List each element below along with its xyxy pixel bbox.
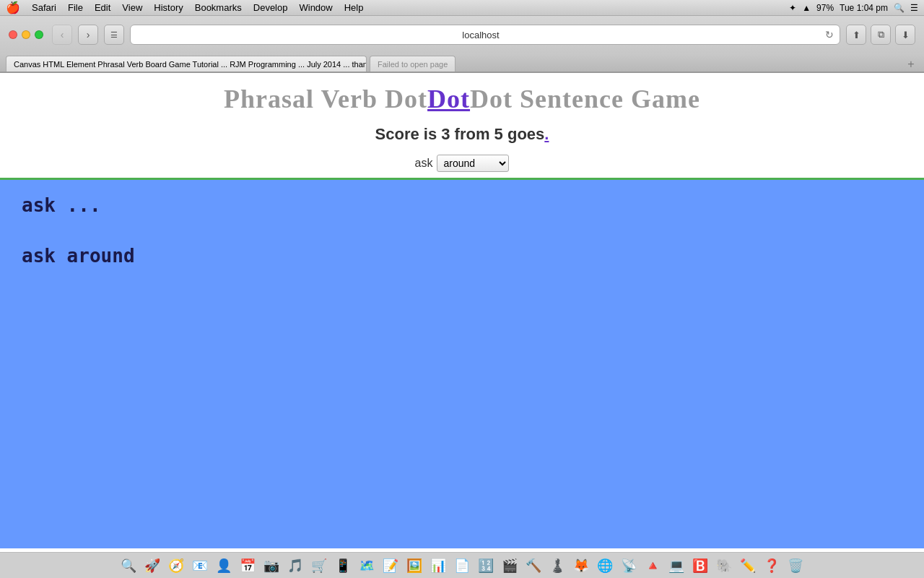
- dock-chess[interactable]: ♟️: [546, 555, 568, 577]
- list-icon[interactable]: ☰: [910, 3, 918, 13]
- canvas-line-1: ask ...: [22, 194, 902, 216]
- dock-trash[interactable]: 🗑️: [785, 555, 806, 577]
- dock-appstore[interactable]: 🛒: [308, 555, 330, 577]
- dock-mamp[interactable]: 🐘: [713, 555, 735, 577]
- score-display: Score is 3 from 5 goes.: [0, 121, 924, 151]
- dock-calendar[interactable]: 📅: [237, 555, 258, 577]
- dock-contacts[interactable]: 👤: [213, 555, 235, 577]
- dock-finder[interactable]: 🔍: [118, 555, 139, 577]
- menu-bookmarks[interactable]: Bookmarks: [195, 2, 242, 13]
- dock-xcode[interactable]: 🔨: [523, 555, 544, 577]
- menu-develop[interactable]: Develop: [253, 2, 288, 13]
- dock-photos[interactable]: 📷: [261, 555, 282, 577]
- dock-itunes[interactable]: 🎵: [284, 555, 306, 577]
- dock-virtualbox[interactable]: 💻: [666, 555, 687, 577]
- tab-failed[interactable]: Failed to open page: [370, 56, 456, 72]
- title-dot: Dot: [427, 85, 470, 113]
- new-tab-button[interactable]: ⧉: [871, 25, 891, 45]
- dock-preview[interactable]: 🖼️: [404, 555, 425, 577]
- particle-dropdown[interactable]: around for out up after: [437, 155, 509, 172]
- dock-facetime[interactable]: 📱: [332, 555, 354, 577]
- address-bar[interactable]: localhost ↻: [130, 25, 840, 45]
- reload-button[interactable]: ↻: [825, 29, 834, 40]
- add-tab-button[interactable]: +: [904, 57, 918, 72]
- dock-vlc[interactable]: 🔺: [642, 555, 663, 577]
- dock-keynote[interactable]: 📊: [427, 555, 449, 577]
- apple-menu[interactable]: 🍎: [6, 1, 20, 14]
- browser-toolbar: ‹ › ☰ localhost ↻ ⬆ ⧉ ⬇: [0, 16, 924, 53]
- dock-pages[interactable]: 📄: [451, 555, 473, 577]
- search-icon[interactable]: 🔍: [894, 3, 905, 13]
- battery-status: 97%: [816, 3, 834, 13]
- menu-window[interactable]: Window: [299, 2, 332, 13]
- tab-main[interactable]: Canvas HTML Element Phrasal Verb Board G…: [6, 56, 367, 72]
- tab-main-label: Canvas HTML Element Phrasal Verb Board G…: [14, 60, 367, 69]
- menubar: 🍎 Safari File Edit View History Bookmark…: [0, 0, 924, 16]
- dock-question[interactable]: ❓: [761, 555, 783, 577]
- input-row: ask around for out up after: [0, 151, 924, 180]
- title-suffix: Dot Sentence Game: [470, 85, 700, 113]
- dock: 🔍 🚀 🧭 📧 👤 📅 📷 🎵 🛒 📱 🗺️ 📝 🖼️ 📊 📄 🔢 🎬 🔨 ♟️…: [0, 552, 924, 578]
- dock-reminders[interactable]: 📝: [380, 555, 401, 577]
- clock: Tue 1:04 pm: [840, 3, 888, 13]
- menu-help[interactable]: Help: [344, 2, 364, 13]
- close-button[interactable]: [9, 30, 17, 39]
- menu-safari[interactable]: Safari: [32, 2, 56, 13]
- game-title: Phrasal Verb DotDotDot Sentence Game: [0, 73, 924, 121]
- address-text: localhost: [136, 30, 825, 40]
- title-prefix: Phrasal Verb Dot: [224, 85, 427, 113]
- browser-chrome: ‹ › ☰ localhost ↻ ⬆ ⧉ ⬇ Canvas HTML Elem…: [0, 16, 924, 73]
- dock-firefox[interactable]: 🦊: [570, 555, 592, 577]
- dock-numbers[interactable]: 🔢: [475, 555, 497, 577]
- canvas-line-2: ask around: [22, 245, 902, 267]
- share-button[interactable]: ⬆: [846, 25, 866, 45]
- dock-imovie[interactable]: 🎬: [499, 555, 520, 577]
- dock-textmate[interactable]: ✏️: [737, 555, 759, 577]
- bluetooth-icon: ✦: [789, 3, 796, 13]
- dock-launchpad[interactable]: 🚀: [141, 555, 163, 577]
- menubar-right: ✦ ▲ 97% Tue 1:04 pm 🔍 ☰: [789, 3, 918, 13]
- forward-button[interactable]: ›: [78, 25, 98, 45]
- tab-bar: Canvas HTML Element Phrasal Verb Board G…: [0, 53, 924, 72]
- menu-view[interactable]: View: [122, 2, 142, 13]
- dock-maps[interactable]: 🗺️: [356, 555, 378, 577]
- traffic-lights: [9, 30, 43, 39]
- dock-bjango[interactable]: 🅱️: [689, 555, 711, 577]
- back-button[interactable]: ‹: [52, 25, 72, 45]
- download-button[interactable]: ⬇: [895, 25, 915, 45]
- menu-edit[interactable]: Edit: [95, 2, 110, 13]
- dock-safari[interactable]: 🧭: [165, 555, 187, 577]
- menu-history[interactable]: History: [154, 2, 183, 13]
- tab-failed-label: Failed to open page: [378, 60, 448, 69]
- wifi-icon: ▲: [802, 3, 811, 13]
- game-canvas-area[interactable]: ask ... ask around: [0, 180, 924, 548]
- minimize-button[interactable]: [22, 30, 30, 39]
- dock-mail[interactable]: 📧: [189, 555, 211, 577]
- dock-filezilla[interactable]: 📡: [618, 555, 640, 577]
- fullscreen-button[interactable]: [35, 30, 43, 39]
- score-period: .: [544, 125, 549, 143]
- menu-file[interactable]: File: [68, 2, 83, 13]
- browser-action-buttons: ⬆ ⧉ ⬇: [846, 25, 915, 45]
- score-text: Score is 3 from 5 goes: [375, 125, 545, 143]
- page-content: Phrasal Verb DotDotDot Sentence Game Sco…: [0, 73, 924, 553]
- reader-button[interactable]: ☰: [104, 25, 124, 45]
- ask-label: ask: [415, 157, 433, 170]
- dock-chrome[interactable]: 🌐: [594, 555, 616, 577]
